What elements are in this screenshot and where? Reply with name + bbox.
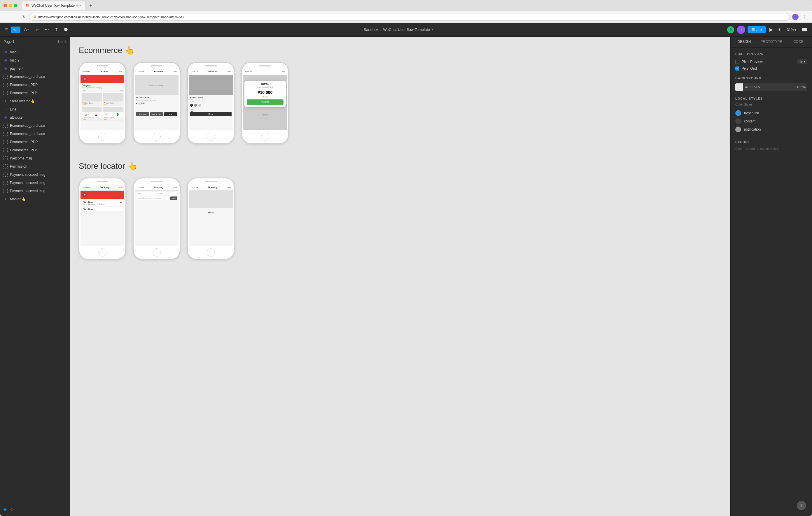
hyperlink-swatch xyxy=(735,110,741,116)
sidebar-item-ecommerce-purchase-2[interactable]: Ecommerce_purchase xyxy=(0,122,70,130)
brand-logo: W xyxy=(82,77,87,81)
move-tool-button[interactable]: ↖ ▾ xyxy=(11,27,21,33)
right-panel: DESIGN PROTOTYPE CODE PIXEL PREVIEW xyxy=(730,37,812,516)
present-button[interactable]: ▶ xyxy=(768,26,774,33)
sidebar-item-label: Line xyxy=(10,107,66,111)
sidebar-item-label: Ecommerce_purchase xyxy=(10,124,66,128)
background-color-swatch[interactable] xyxy=(735,83,743,91)
page-count: 1 of 1 xyxy=(57,40,66,44)
prototype-tab[interactable]: PROTOTYPE xyxy=(758,37,785,47)
panel-content: PIXEL PREVIEW Pixel Preview 1x ▾ xyxy=(731,48,812,516)
ecommerce-phones-row: 11:00 AM Brand 40% W Category A descript… xyxy=(79,62,722,144)
export-title: EXPORT xyxy=(735,140,750,144)
maximize-traffic-light[interactable] xyxy=(14,4,18,7)
sidebar-item-msg2[interactable]: ❋ msg 2 xyxy=(0,56,70,64)
phone-frame-payment[interactable]: 11:00 AM 40% 微信支付 Brand Name请求支付 ¥10,000… xyxy=(241,62,289,144)
map-placeholder xyxy=(189,191,233,208)
phone-frame-booking-form[interactable]: 11:00 AM Booking 40% Name Name xyxy=(133,178,180,260)
phone-frame-category[interactable]: 11:00 AM Brand 40% W Category A descript… xyxy=(79,62,126,144)
style-item-hyperlink[interactable]: hyper link xyxy=(735,109,807,117)
sidebar-item-payment-succeed-2[interactable]: Payment succeed msg xyxy=(0,179,70,187)
sidebar-item-ecommerce-pdp-2[interactable]: Ecommerce_PDP xyxy=(0,138,70,146)
refresh-button[interactable]: ↻ xyxy=(21,14,27,20)
product-item-1: Product Name ★★★ xyxy=(82,93,102,106)
first-name-field: Name xyxy=(136,192,156,195)
pay-now-button: 立即付款 xyxy=(247,99,284,105)
brand-header: W xyxy=(81,75,124,83)
ecommerce-title-text: Ecommerce xyxy=(79,46,122,55)
payment-amount: ¥10,000 xyxy=(247,90,284,95)
phone-frame-calendar[interactable]: 11:00 AM Booking 40% July 24 xyxy=(187,178,234,260)
share-button[interactable]: Share xyxy=(748,26,766,33)
view-button[interactable]: 👁 xyxy=(776,26,783,33)
background-opacity-input[interactable] xyxy=(792,84,807,90)
phone-frame-product[interactable]: 11:00 AM Product 40% Product Image Produ… xyxy=(133,62,180,144)
sidebar-item-store-locator[interactable]: T Store locator 👆 xyxy=(0,97,70,105)
pixel-grid-left: ✓ Pixel Grid xyxy=(735,66,757,70)
hyperlink-label: hyper link xyxy=(744,111,759,115)
comment-tool-button[interactable]: 💬 xyxy=(61,27,70,33)
close-traffic-light[interactable] xyxy=(3,4,7,7)
help-icon: ? xyxy=(800,503,803,508)
sidebar-item-line[interactable]: — Line xyxy=(0,105,70,113)
product-body: Product Name Short description text here… xyxy=(135,95,178,108)
sidebar-item-payment[interactable]: ❋ payment xyxy=(0,64,70,72)
file-menu-chevron[interactable]: ▾ xyxy=(432,28,433,31)
close-tab-icon[interactable]: ✕ xyxy=(79,4,82,7)
sidebar-item-master[interactable]: T Master 👆 xyxy=(0,195,70,203)
menu-button[interactable]: ☰ xyxy=(3,26,10,33)
phone-home-button xyxy=(152,133,161,141)
background-visibility-button[interactable]: 👁 xyxy=(807,84,807,90)
sidebar-item-payment-succeed-3[interactable]: Payment succeed msg xyxy=(0,187,70,195)
phone-title: Brand xyxy=(90,70,119,73)
notification-label: notification xyxy=(744,127,761,131)
minimize-traffic-light[interactable] xyxy=(9,4,12,7)
sidebar-item-attribute[interactable]: ❋ attribute xyxy=(0,113,70,122)
back-button[interactable]: ← xyxy=(3,14,10,20)
phone-frame-booking-list[interactable]: 11:00 AM Booking 40% W xyxy=(79,178,126,260)
phone-title: Booking xyxy=(144,186,173,189)
zoom-dropdown[interactable]: 1x ▾ xyxy=(798,59,807,64)
zoom-control[interactable]: 31% ▾ xyxy=(785,27,798,33)
forward-button[interactable]: → xyxy=(12,14,19,20)
style-item-content[interactable]: content xyxy=(735,117,807,125)
export-add-button[interactable]: + xyxy=(805,139,807,145)
browser-menu-button[interactable]: ⋮ xyxy=(801,14,809,20)
phone-status: 40% xyxy=(282,71,285,72)
pixel-grid-checkbox[interactable]: ✓ xyxy=(735,66,740,70)
nav-home: ⌂ xyxy=(85,113,87,116)
browser-tab[interactable]: 🎨 WeChat User flow Template – ✕ xyxy=(22,1,85,10)
sidebar-item-ecommerce-plp-2[interactable]: Ecommerce_PLP xyxy=(0,146,70,154)
help-button[interactable]: ? xyxy=(797,501,806,510)
assets-button[interactable]: ◇ xyxy=(10,506,14,512)
shape-tool-button[interactable]: □ ▾ xyxy=(32,27,41,33)
style-item-notification[interactable]: notification xyxy=(735,125,807,133)
address-bar[interactable]: 🔒 https://www.figma.com/file/Fm0d3tkq0Jn… xyxy=(29,13,790,21)
sidebar-item-ecommerce-pdp-1[interactable]: Ecommerce_PDP xyxy=(0,81,70,89)
text-tool-button[interactable]: T xyxy=(53,27,60,33)
sidebar-item-ecommerce-purchase-1[interactable]: Ecommerce_purchase xyxy=(0,72,70,81)
canvas[interactable]: Ecommerce 👆 11:00 AM Brand 40% xyxy=(70,37,730,516)
pixel-preview-checkbox[interactable] xyxy=(735,60,740,64)
pen-tool-button[interactable]: ✒ ▾ xyxy=(42,27,52,33)
sidebar-item-welcome-msg[interactable]: Welcome msg xyxy=(0,154,70,162)
sidebar-item-permission[interactable]: Permission xyxy=(0,162,70,171)
pixel-preview-title: PIXEL PREVIEW xyxy=(735,52,807,56)
phone-frame-product-detail[interactable]: 11:00 AM Product 40% Product Name Color xyxy=(187,62,234,144)
layers-button[interactable]: ◈ xyxy=(3,506,7,512)
library-button[interactable]: 📖 xyxy=(800,26,809,33)
sidebar-item-ecommerce-plp-1[interactable]: Ecommerce_PLP xyxy=(0,89,70,97)
code-tab[interactable]: CODE xyxy=(785,37,812,47)
frame-icon xyxy=(3,83,7,87)
url-text: https://www.figma.com/file/Fm0d3tkq0Jnzl… xyxy=(38,15,184,19)
background-hex-input[interactable] xyxy=(743,84,792,90)
sidebar-item-msg3[interactable]: ❋ msg 3 xyxy=(0,48,70,56)
store-locator-section: Store locator 👆 11:00 AM Booking 40% xyxy=(79,161,722,260)
sidebar-item-ecommerce-purchase-3[interactable]: Ecommerce_purchase xyxy=(0,130,70,138)
sidebar-item-payment-succeed-1[interactable]: Payment succeed msg xyxy=(0,171,70,179)
frame-tool-button[interactable]: ⬡ ▾ xyxy=(22,27,31,33)
workspace-label: Sandbox xyxy=(364,27,379,32)
new-tab-button[interactable]: + xyxy=(87,3,94,8)
sidebar-item-label: attribute xyxy=(10,116,66,120)
design-tab[interactable]: DESIGN xyxy=(731,37,758,47)
